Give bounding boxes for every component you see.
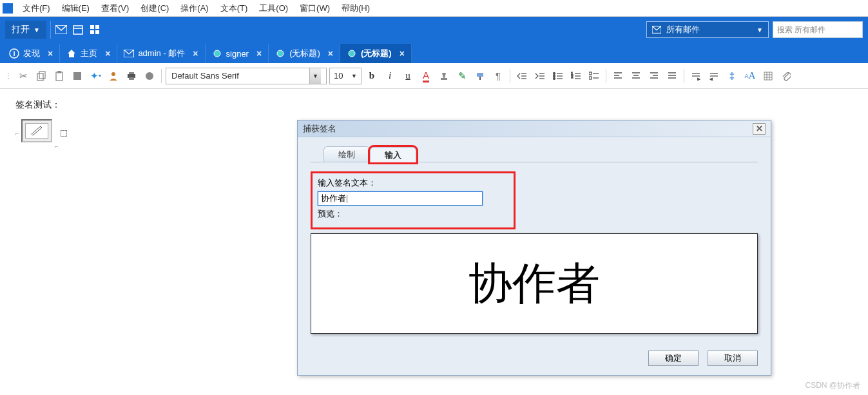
paragraph-icon[interactable]: ¶ bbox=[490, 68, 506, 84]
font-family-dropdown[interactable]: Default Sans Serif ▼ bbox=[166, 68, 327, 84]
close-icon[interactable]: × bbox=[400, 48, 405, 59]
number-list-icon[interactable]: 12 bbox=[568, 68, 584, 84]
svg-rect-20 bbox=[58, 71, 61, 73]
font-size: 10 bbox=[334, 71, 343, 81]
menu-bar: 文件(F) 编辑(E) 查看(V) 创建(C) 操作(A) 文本(T) 工具(O… bbox=[0, 0, 868, 17]
svg-rect-5 bbox=[90, 30, 94, 34]
paste-icon[interactable] bbox=[52, 68, 67, 84]
cancel-button[interactable]: 取消 bbox=[708, 351, 758, 366]
table-icon[interactable] bbox=[760, 68, 776, 84]
preview-label: 预览： bbox=[318, 208, 508, 220]
mail-scope-label: 所有邮件 bbox=[666, 24, 700, 35]
close-icon[interactable]: ✕ bbox=[753, 123, 766, 135]
menu-action[interactable]: 操作(A) bbox=[175, 3, 214, 14]
open-button[interactable]: 打开 ▼ bbox=[5, 21, 46, 39]
tab-discover[interactable]: i 发现 × bbox=[3, 44, 60, 63]
svg-text:2: 2 bbox=[571, 75, 574, 79]
paint-icon[interactable] bbox=[472, 68, 488, 84]
underline-button[interactable]: u bbox=[400, 68, 416, 84]
checklist-icon[interactable] bbox=[586, 68, 602, 84]
menu-file[interactable]: 文件(F) bbox=[17, 3, 56, 14]
menu-text[interactable]: 文本(T) bbox=[215, 3, 254, 14]
calendar-icon[interactable] bbox=[72, 23, 84, 36]
resize-handle[interactable] bbox=[61, 130, 67, 137]
tab-admin-mail[interactable]: admin - 邮件 × bbox=[117, 44, 205, 63]
close-icon[interactable]: × bbox=[256, 48, 262, 59]
rtl-icon[interactable] bbox=[706, 68, 722, 84]
line-spacing-icon[interactable]: ‡ bbox=[724, 68, 740, 84]
input-section: 输入签名文本： 预览： bbox=[311, 171, 516, 229]
menu-view[interactable]: 查看(V) bbox=[95, 3, 135, 14]
align-right-icon[interactable] bbox=[646, 68, 662, 84]
search-placeholder: 搜索 所有邮件 bbox=[777, 24, 825, 35]
format-toolbar: ⋮ ✂ ✦▾ Default Sans Serif ▼ 10 ▼ b i u A… bbox=[0, 63, 868, 89]
cut-icon[interactable]: ✂ bbox=[15, 68, 31, 84]
ok-button[interactable]: 确定 bbox=[648, 351, 699, 366]
chevron-down-icon: ▼ bbox=[309, 68, 321, 84]
tab-signer[interactable]: signer × bbox=[206, 44, 269, 63]
mail-icon bbox=[124, 48, 134, 59]
close-icon[interactable]: × bbox=[193, 48, 198, 59]
font-name: Default Sans Serif bbox=[171, 71, 239, 81]
copy-icon[interactable] bbox=[34, 68, 49, 84]
tab-home[interactable]: 主页 × bbox=[60, 44, 117, 63]
tab-draw[interactable]: 绘制 bbox=[323, 146, 370, 162]
font-size-dropdown[interactable]: 10 ▼ bbox=[329, 68, 362, 84]
tab-input[interactable]: 输入 bbox=[370, 147, 416, 162]
svg-rect-18 bbox=[39, 72, 45, 79]
svg-point-36 bbox=[554, 72, 555, 74]
signature-field[interactable]: ⌐ ⌐ bbox=[15, 119, 58, 142]
indent-more-icon[interactable] bbox=[532, 68, 548, 84]
font-color-button[interactable]: A bbox=[418, 68, 434, 84]
dialog-title: 捕获签名 bbox=[303, 123, 336, 135]
mail-icon[interactable] bbox=[55, 23, 68, 36]
tab-untitled-2[interactable]: (无标题) × bbox=[340, 44, 412, 63]
menu-window[interactable]: 窗口(W) bbox=[294, 3, 336, 14]
tab-untitled-1[interactable]: (无标题) × bbox=[269, 44, 340, 63]
print-icon[interactable] bbox=[124, 68, 139, 84]
stop-icon[interactable] bbox=[142, 68, 157, 84]
svg-rect-17 bbox=[37, 73, 43, 81]
tab-label: 发现 bbox=[23, 48, 40, 59]
indent-less-icon[interactable] bbox=[514, 68, 530, 84]
bold-button[interactable]: b bbox=[364, 68, 380, 84]
menu-help[interactable]: 帮助(H) bbox=[336, 3, 376, 14]
bug-icon bbox=[347, 48, 357, 59]
svg-rect-27 bbox=[441, 78, 447, 80]
save-icon[interactable] bbox=[70, 68, 85, 84]
signature-text-input[interactable] bbox=[318, 191, 483, 206]
ltr-icon[interactable] bbox=[688, 68, 704, 84]
svg-rect-21 bbox=[73, 72, 81, 80]
sparkle-icon[interactable]: ✦▾ bbox=[88, 68, 103, 84]
separator bbox=[50, 21, 51, 39]
close-icon[interactable]: × bbox=[105, 48, 110, 59]
svg-rect-6 bbox=[95, 30, 99, 34]
svg-rect-4 bbox=[95, 25, 99, 29]
text-style-icon[interactable]: AA bbox=[742, 68, 758, 84]
clear-format-icon[interactable] bbox=[436, 68, 452, 84]
svg-text:i: i bbox=[13, 50, 15, 57]
menu-edit[interactable]: 编辑(E) bbox=[56, 3, 95, 14]
align-justify-icon[interactable] bbox=[664, 68, 680, 84]
preview-text: 协作者 bbox=[468, 255, 600, 313]
signature-preview: 协作者 bbox=[311, 233, 758, 334]
close-icon[interactable]: × bbox=[328, 48, 333, 59]
menu-tools[interactable]: 工具(O) bbox=[253, 3, 294, 14]
ribbon: 打开 ▼ 所有邮件 ▼ 搜索 所有邮件 bbox=[0, 17, 868, 43]
highlight-button[interactable]: ✎ bbox=[454, 68, 470, 84]
user-icon[interactable] bbox=[106, 68, 121, 84]
apps-icon[interactable] bbox=[88, 23, 101, 36]
align-center-icon[interactable] bbox=[628, 68, 644, 84]
svg-rect-47 bbox=[589, 72, 592, 75]
menu-create[interactable]: 创建(C) bbox=[135, 3, 175, 14]
attach-icon[interactable] bbox=[778, 68, 794, 84]
svg-point-22 bbox=[111, 72, 115, 76]
mail-scope-dropdown[interactable]: 所有邮件 ▼ bbox=[646, 21, 769, 38]
align-left-icon[interactable] bbox=[610, 68, 626, 84]
dialog-titlebar[interactable]: 捕获签名 ✕ bbox=[298, 120, 771, 137]
italic-button[interactable]: i bbox=[382, 68, 398, 84]
tab-label: signer bbox=[226, 49, 249, 59]
bullet-list-icon[interactable] bbox=[550, 68, 566, 84]
close-icon[interactable]: × bbox=[48, 48, 53, 59]
search-input[interactable]: 搜索 所有邮件 bbox=[773, 21, 863, 38]
